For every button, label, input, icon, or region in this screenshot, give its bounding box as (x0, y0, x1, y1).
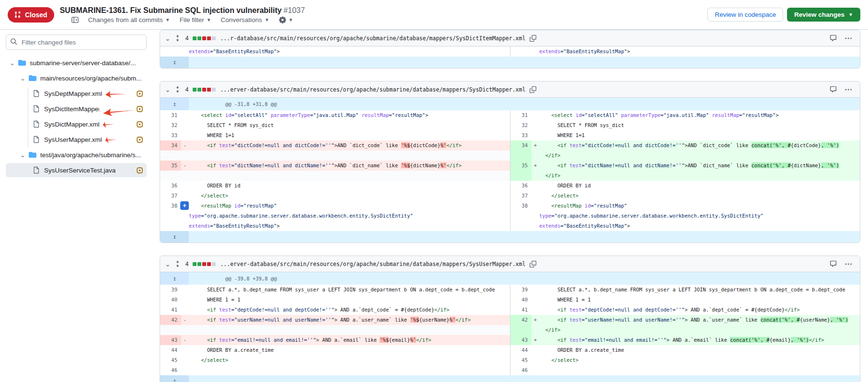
chevron-down-icon[interactable]: ⌄ (10, 60, 18, 66)
drag-handle-icon[interactable] (175, 35, 180, 42)
file-tree-item[interactable]: ⌄ main/resources/org/apache/subm... (6, 71, 147, 85)
file-path-link[interactable]: ...r-database/src/main/resources/org/apa… (220, 35, 525, 42)
kebab-menu-icon[interactable]: ⋯ (845, 86, 852, 93)
line-number[interactable]: 32 (160, 120, 181, 130)
changed-lines-count: 4 (185, 35, 189, 42)
diff-sign (532, 171, 539, 181)
line-number[interactable]: 36 (510, 181, 532, 191)
line-number[interactable]: 44 (510, 345, 532, 355)
file-tree-item[interactable]: ⌄ test/java/org/apache/submarine/s... (6, 148, 147, 162)
line-number[interactable]: 32 (510, 120, 532, 130)
chevron-down-icon[interactable]: ⌄ (20, 75, 29, 81)
line-number[interactable] (160, 221, 181, 231)
file-tree-item[interactable]: SysUserMapper.xml (6, 132, 147, 147)
line-number[interactable] (510, 211, 532, 221)
file-tree-item[interactable]: SysDictItemMapper.xml (6, 102, 147, 116)
line-number[interactable]: 31 (510, 110, 532, 120)
diff-settings-menu[interactable]: ▼ (279, 16, 293, 23)
line-number[interactable]: 40 (510, 295, 532, 305)
line-number[interactable] (510, 221, 532, 231)
kebab-menu-icon[interactable]: ⋯ (845, 35, 852, 42)
diff-line-row: 41 <if test="deptCode!=null and deptCode… (160, 305, 860, 315)
comment-icon[interactable] (830, 35, 837, 42)
chevron-down-icon: ▼ (165, 17, 170, 23)
hunk-range-text: @@ -31,8 +31,8 @@ (189, 99, 277, 109)
expand-up-button[interactable]: ↥ (160, 272, 189, 285)
expand-down-button[interactable]: ↧ (160, 231, 189, 243)
collapse-file-chevron-icon[interactable]: ⌄ (165, 86, 171, 93)
line-number[interactable] (510, 325, 532, 335)
diff-panel: ⌄ 4 ...r-database/src/main/resources/org… (160, 30, 860, 69)
line-number[interactable] (510, 150, 532, 161)
drag-handle-icon[interactable] (175, 86, 180, 93)
line-number[interactable]: 33 (160, 130, 181, 140)
line-number[interactable]: 36 (160, 181, 181, 191)
filter-changed-files-input[interactable] (6, 35, 147, 50)
code-text: <resultMap id="resultMap" (539, 201, 860, 211)
file-tree-item[interactable]: SysUserServiceTest.java (6, 163, 147, 177)
line-number[interactable] (160, 211, 181, 221)
line-number[interactable]: 31 (160, 110, 181, 120)
expand-down-button[interactable]: ↧ (160, 375, 189, 382)
line-number[interactable]: 45 (160, 355, 181, 365)
diff-line-row: 35- <if test="dictName!=null and dictNam… (160, 161, 860, 171)
line-number[interactable]: 46 (510, 365, 532, 375)
line-number[interactable]: 46 (160, 365, 181, 375)
line-number[interactable] (510, 171, 532, 181)
line-number[interactable]: 42 (160, 315, 181, 325)
line-number[interactable]: 45 (510, 355, 532, 365)
diff-cell-old: 46 (160, 365, 510, 375)
conversations-menu[interactable]: Conversations▼ (221, 16, 269, 23)
file-filter-menu[interactable]: File filter▼ (180, 16, 211, 23)
copy-path-icon[interactable] (530, 86, 536, 93)
line-number[interactable]: 33 (510, 130, 532, 140)
line-number[interactable] (510, 46, 532, 57)
copy-path-icon[interactable] (530, 35, 536, 42)
file-path-link[interactable]: ...erver-database/src/main/resources/org… (220, 261, 525, 267)
line-number[interactable]: 41 (510, 305, 532, 315)
file-path-link[interactable]: ...erver-database/src/main/resources/org… (220, 86, 525, 93)
add-comment-plus-button[interactable]: + (180, 201, 189, 210)
review-in-codespace-button[interactable]: Review in codespace (707, 8, 783, 22)
copy-path-icon[interactable] (530, 261, 536, 267)
line-number[interactable]: 37 (160, 191, 181, 201)
line-number[interactable]: 42 (510, 315, 532, 325)
line-number[interactable]: 39 (510, 285, 532, 295)
line-number[interactable] (160, 46, 181, 57)
line-number[interactable]: 37 (510, 191, 532, 201)
line-number[interactable]: 43 (160, 335, 181, 345)
comment-icon[interactable] (830, 260, 837, 267)
file-tree-item[interactable]: SysDictMapper.xml (6, 117, 147, 131)
file-tree-item[interactable]: SysDeptMapper.xml (6, 86, 147, 101)
line-number[interactable]: 38 (160, 201, 181, 211)
line-number[interactable]: 34 (160, 140, 181, 150)
diff-cell-new: 32 SELECT * FROM sys_dict (510, 120, 860, 130)
line-number[interactable]: 39 (160, 285, 181, 295)
line-number[interactable] (160, 171, 181, 181)
kebab-menu-icon[interactable]: ⋯ (845, 260, 852, 268)
line-number[interactable]: 34 (510, 140, 532, 150)
line-number[interactable]: 43 (510, 335, 532, 345)
expand-down-button[interactable]: ↧ (160, 57, 189, 68)
file-tree-item[interactable]: ⌄ submarine-server/server-database/... (6, 56, 147, 70)
changes-from-menu[interactable]: Changes from all commits▼ (88, 16, 170, 23)
line-number[interactable]: 35 (160, 161, 181, 171)
line-number[interactable]: 41 (160, 305, 181, 315)
annotation-arrow (102, 104, 138, 117)
code-text: extends="BaseEntityResultMap"> (189, 221, 510, 231)
drag-handle-icon[interactable] (175, 260, 180, 267)
line-number[interactable]: 38 (510, 201, 532, 211)
toggle-file-tree-button[interactable] (71, 16, 79, 23)
line-number[interactable] (160, 150, 181, 161)
line-number[interactable]: 44 (160, 345, 181, 355)
collapse-file-chevron-icon[interactable]: ⌄ (165, 261, 171, 267)
review-changes-button[interactable]: Review changes▼ (787, 8, 860, 22)
line-number[interactable]: 35 (510, 161, 532, 171)
pr-number: #1037 (284, 6, 305, 14)
collapse-file-chevron-icon[interactable]: ⌄ (165, 35, 171, 42)
line-number[interactable]: 40 (160, 295, 181, 305)
expand-up-button[interactable]: ↥ (160, 98, 189, 110)
line-number[interactable] (160, 325, 181, 335)
chevron-down-icon[interactable]: ⌄ (20, 152, 29, 158)
comment-icon[interactable] (830, 86, 837, 93)
